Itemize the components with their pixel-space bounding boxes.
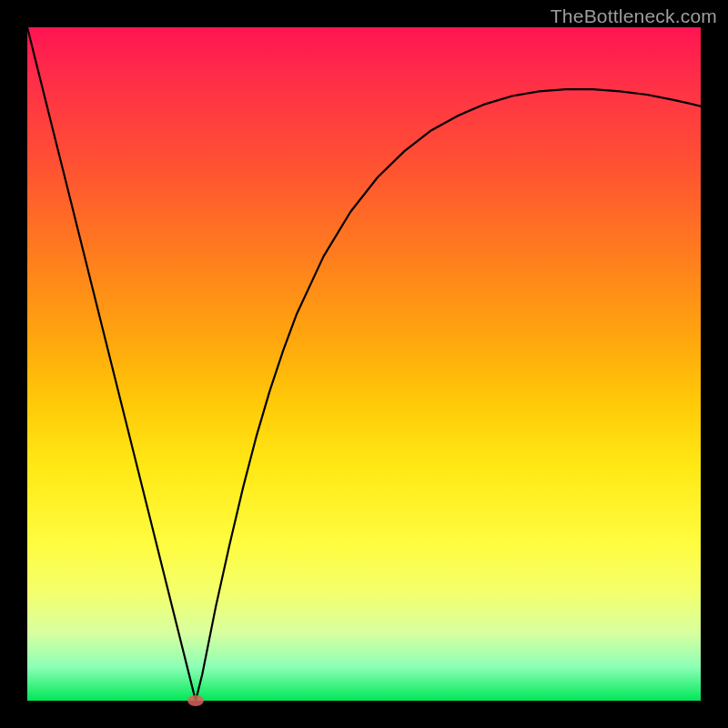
bottleneck-curve — [27, 27, 701, 701]
minimum-marker — [187, 695, 204, 706]
watermark-text: TheBottleneck.com — [551, 5, 717, 27]
plot-area — [27, 27, 701, 701]
chart-frame: TheBottleneck.com — [0, 0, 728, 728]
